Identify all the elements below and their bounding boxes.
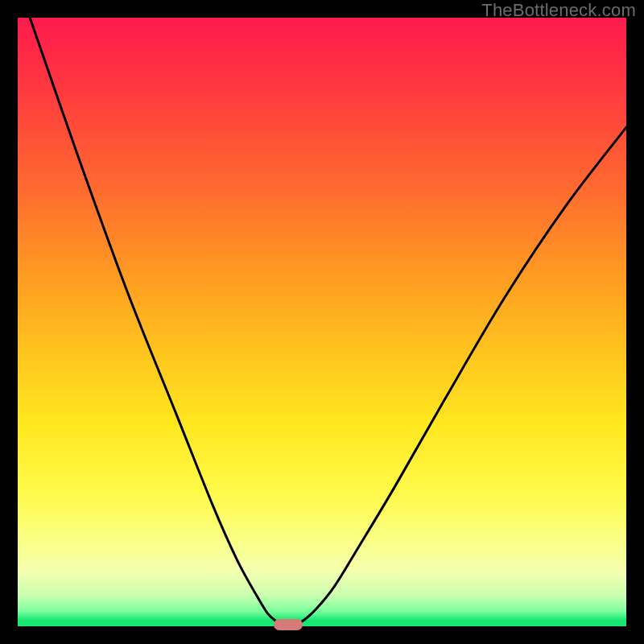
chart-frame: TheBottleneck.com — [0, 0, 644, 644]
curve-right-branch — [295, 127, 626, 625]
plot-area — [18, 18, 626, 626]
watermark-text: TheBottleneck.com — [481, 0, 636, 21]
optimum-marker — [274, 619, 303, 630]
bottleneck-curve — [18, 18, 626, 626]
curve-left-branch — [30, 18, 283, 625]
